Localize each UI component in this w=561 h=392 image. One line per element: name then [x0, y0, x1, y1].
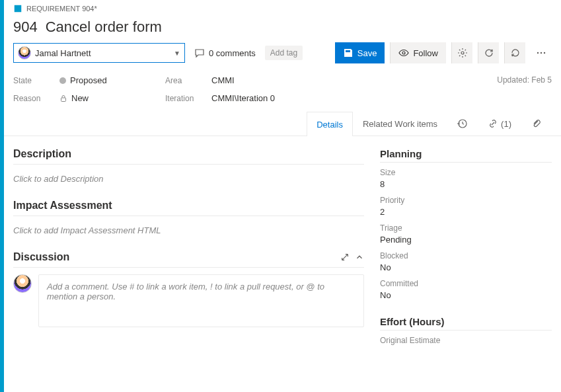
description-heading: Description	[13, 148, 364, 165]
work-item-title[interactable]: Cancel order form	[46, 19, 162, 36]
tab-links[interactable]: (1)	[478, 111, 521, 136]
updated-timestamp: Updated: Feb 5	[497, 75, 552, 85]
fields-section: State Proposed Reason New Area CMMI Iter…	[13, 71, 552, 111]
impact-field[interactable]: Click to add Impact Assessment HTML	[13, 223, 364, 251]
state-field[interactable]: Proposed	[59, 75, 107, 85]
svg-point-1	[402, 52, 405, 54]
comments-button[interactable]: 0 comments	[190, 43, 260, 63]
svg-point-5	[544, 52, 545, 54]
history-icon	[457, 118, 468, 129]
attachment-icon	[531, 118, 542, 129]
iteration-field[interactable]: CMMI\Iteration 0	[211, 93, 275, 103]
comment-icon	[194, 48, 205, 58]
toolbar: Jamal Hartnett ▼ 0 comments Add tag Save…	[13, 42, 552, 71]
impact-heading: Impact Assessment	[13, 200, 364, 216]
follow-label: Follow	[413, 48, 438, 58]
area-label: Area	[165, 76, 211, 85]
avatar	[18, 46, 31, 59]
ellipsis-icon	[536, 48, 546, 58]
settings-button[interactable]	[451, 42, 472, 63]
save-label: Save	[357, 48, 377, 58]
svg-point-2	[461, 52, 464, 54]
gear-icon	[457, 48, 468, 58]
type-label: REQUIREMENT 904*	[26, 5, 97, 13]
save-button[interactable]: Save	[335, 42, 385, 63]
blocked-field[interactable]: No	[380, 260, 552, 274]
eye-icon	[398, 48, 409, 58]
committed-label: Committed	[380, 279, 552, 288]
tab-details[interactable]: Details	[307, 112, 353, 136]
add-tag-button[interactable]: Add tag	[265, 46, 303, 60]
svg-point-4	[541, 52, 542, 54]
tab-related[interactable]: Related Work items	[353, 111, 447, 136]
refresh-button[interactable]	[478, 42, 499, 63]
priority-label: Priority	[380, 196, 552, 205]
reason-field[interactable]: New	[59, 93, 89, 103]
size-field[interactable]: 8	[380, 177, 552, 190]
undo-icon	[510, 48, 521, 58]
undo-button[interactable]	[504, 42, 525, 63]
state-value: Proposed	[70, 75, 107, 85]
comment-input[interactable]: Add a comment. Use # to link a work item…	[38, 274, 364, 327]
expand-icon[interactable]	[340, 253, 350, 262]
triage-label: Triage	[380, 223, 552, 233]
tab-history[interactable]	[447, 111, 478, 136]
links-count: (1)	[501, 119, 511, 129]
lock-icon	[59, 95, 67, 102]
chevron-down-icon: ▼	[174, 50, 180, 57]
follow-button[interactable]: Follow	[390, 42, 446, 63]
save-icon	[343, 48, 354, 58]
tabs: Details Related Work items (1)	[4, 111, 561, 136]
link-icon	[488, 118, 498, 129]
reason-label: Reason	[13, 94, 59, 103]
svg-point-3	[537, 52, 539, 54]
title-row: 904 Cancel order form	[13, 13, 552, 42]
collapse-icon[interactable]	[355, 253, 364, 262]
requirement-icon	[13, 4, 22, 13]
state-dot-icon	[59, 77, 66, 84]
iteration-label: Iteration	[165, 94, 211, 103]
assignee-picker[interactable]: Jamal Hartnett ▼	[13, 43, 185, 63]
committed-field[interactable]: No	[380, 288, 552, 301]
description-field[interactable]: Click to add Description	[13, 171, 364, 200]
avatar	[13, 274, 32, 293]
more-actions-button[interactable]	[531, 42, 552, 63]
planning-heading: Planning	[380, 148, 552, 163]
work-item-type: REQUIREMENT 904*	[13, 0, 552, 13]
state-label: State	[13, 76, 59, 85]
blocked-label: Blocked	[380, 251, 552, 260]
tab-attachments[interactable]	[521, 111, 552, 136]
refresh-icon	[484, 48, 494, 58]
assignee-name: Jamal Hartnett	[35, 48, 170, 58]
priority-field[interactable]: 2	[380, 205, 552, 218]
reason-value: New	[71, 93, 89, 103]
svg-rect-0	[15, 5, 22, 13]
size-label: Size	[380, 168, 552, 177]
svg-rect-6	[61, 98, 66, 102]
work-item-id: 904	[13, 19, 38, 36]
effort-heading: Effort (Hours)	[380, 316, 552, 331]
comments-count: 0 comments	[209, 48, 256, 58]
area-field[interactable]: CMMI	[211, 75, 235, 85]
triage-field[interactable]: Pending	[380, 233, 552, 246]
original-estimate-label: Original Estimate	[380, 336, 552, 345]
discussion-heading: Discussion	[13, 251, 364, 268]
